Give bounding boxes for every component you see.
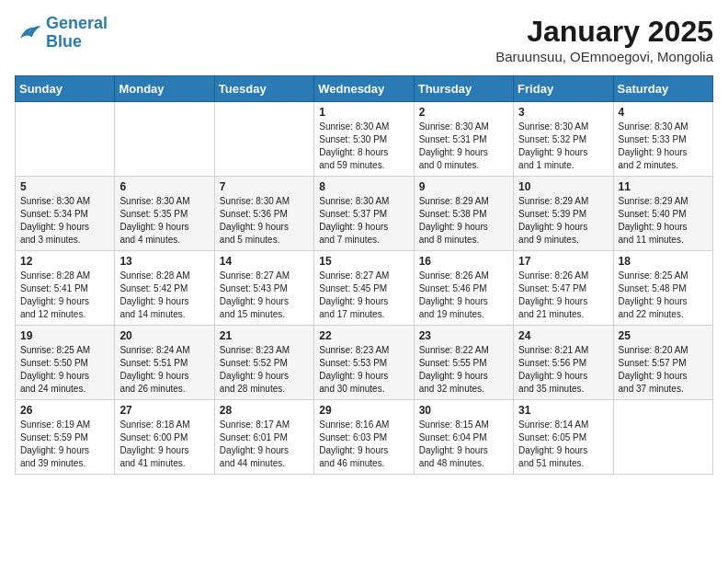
day-number: 27 (119, 404, 209, 417)
day-number: 11 (619, 180, 708, 193)
day-info: Sunrise: 8:25 AMSunset: 5:50 PMDaylight:… (20, 344, 109, 396)
page-header: General Blue January 2025 Baruunsuu, OEm… (15, 15, 713, 64)
table-row: 5Sunrise: 8:30 AMSunset: 5:34 PMDaylight… (16, 177, 115, 251)
calendar-week-row: 19Sunrise: 8:25 AMSunset: 5:50 PMDayligh… (16, 326, 713, 400)
table-row: 4Sunrise: 8:30 AMSunset: 5:33 PMDaylight… (613, 102, 712, 177)
day-number: 10 (518, 180, 608, 193)
day-info: Sunrise: 8:30 AMSunset: 5:36 PMDaylight:… (220, 195, 309, 247)
table-row: 2Sunrise: 8:30 AMSunset: 5:31 PMDaylight… (414, 102, 513, 177)
table-row: 3Sunrise: 8:30 AMSunset: 5:32 PMDaylight… (514, 102, 613, 177)
table-row: 26Sunrise: 8:19 AMSunset: 5:59 PMDayligh… (16, 400, 115, 475)
col-sunday: Sunday (16, 76, 115, 102)
table-row: 28Sunrise: 8:17 AMSunset: 6:01 PMDayligh… (214, 400, 313, 475)
col-tuesday: Tuesday (214, 76, 313, 102)
day-number: 22 (319, 329, 408, 342)
table-row: 7Sunrise: 8:30 AMSunset: 5:36 PMDaylight… (214, 177, 313, 251)
day-info: Sunrise: 8:30 AMSunset: 5:32 PMDaylight:… (518, 121, 608, 172)
calendar-title: January 2025 (495, 15, 713, 49)
logo: General Blue (15, 15, 108, 52)
day-number: 21 (220, 329, 309, 342)
table-row (115, 102, 214, 177)
day-number: 9 (419, 180, 508, 193)
day-info: Sunrise: 8:20 AMSunset: 5:57 PMDaylight:… (619, 344, 708, 396)
day-info: Sunrise: 8:23 AMSunset: 5:53 PMDaylight:… (319, 344, 408, 396)
day-info: Sunrise: 8:24 AMSunset: 5:51 PMDaylight:… (119, 344, 209, 396)
table-row: 27Sunrise: 8:18 AMSunset: 6:00 PMDayligh… (115, 400, 214, 475)
table-row: 13Sunrise: 8:28 AMSunset: 5:42 PMDayligh… (115, 251, 214, 326)
day-number: 4 (619, 106, 708, 119)
table-row: 9Sunrise: 8:29 AMSunset: 5:38 PMDaylight… (414, 177, 513, 251)
day-info: Sunrise: 8:17 AMSunset: 6:01 PMDaylight:… (220, 419, 309, 470)
table-row: 24Sunrise: 8:21 AMSunset: 5:56 PMDayligh… (514, 326, 613, 400)
day-info: Sunrise: 8:14 AMSunset: 6:05 PMDaylight:… (518, 419, 608, 470)
day-info: Sunrise: 8:30 AMSunset: 5:34 PMDaylight:… (20, 195, 109, 247)
table-row: 21Sunrise: 8:23 AMSunset: 5:52 PMDayligh… (214, 326, 313, 400)
table-row: 10Sunrise: 8:29 AMSunset: 5:39 PMDayligh… (514, 177, 613, 251)
day-info: Sunrise: 8:18 AMSunset: 6:00 PMDaylight:… (119, 419, 209, 470)
table-row: 6Sunrise: 8:30 AMSunset: 5:35 PMDaylight… (115, 177, 214, 251)
table-row: 14Sunrise: 8:27 AMSunset: 5:43 PMDayligh… (214, 251, 313, 326)
calendar-table: Sunday Monday Tuesday Wednesday Thursday… (15, 75, 713, 475)
calendar-subtitle: Baruunsuu, OEmnoegovi, Mongolia (495, 49, 713, 64)
col-saturday: Saturday (613, 76, 712, 102)
table-row (16, 102, 115, 177)
day-number: 29 (319, 404, 408, 417)
logo-text: General (46, 15, 108, 33)
calendar-week-row: 12Sunrise: 8:28 AMSunset: 5:41 PMDayligh… (16, 251, 713, 326)
day-info: Sunrise: 8:22 AMSunset: 5:55 PMDaylight:… (419, 344, 508, 396)
day-number: 20 (119, 329, 209, 342)
day-number: 28 (220, 404, 309, 417)
day-info: Sunrise: 8:28 AMSunset: 5:42 PMDaylight:… (119, 270, 209, 321)
day-info: Sunrise: 8:19 AMSunset: 5:59 PMDaylight:… (20, 419, 109, 470)
day-number: 12 (20, 255, 109, 268)
day-number: 19 (20, 329, 109, 342)
table-row (613, 400, 712, 475)
day-number: 15 (319, 255, 408, 268)
day-number: 1 (319, 106, 408, 119)
day-info: Sunrise: 8:27 AMSunset: 5:43 PMDaylight:… (220, 270, 309, 321)
day-number: 14 (220, 255, 309, 268)
table-row: 12Sunrise: 8:28 AMSunset: 5:41 PMDayligh… (16, 251, 115, 326)
day-info: Sunrise: 8:26 AMSunset: 5:46 PMDaylight:… (419, 270, 508, 321)
day-info: Sunrise: 8:30 AMSunset: 5:37 PMDaylight:… (319, 195, 408, 247)
calendar-header-row: Sunday Monday Tuesday Wednesday Thursday… (16, 76, 713, 102)
day-info: Sunrise: 8:27 AMSunset: 5:45 PMDaylight:… (319, 270, 408, 321)
table-row: 8Sunrise: 8:30 AMSunset: 5:37 PMDaylight… (314, 177, 414, 251)
day-number: 2 (419, 106, 508, 119)
day-info: Sunrise: 8:15 AMSunset: 6:04 PMDaylight:… (419, 419, 508, 470)
day-number: 8 (319, 180, 408, 193)
table-row (214, 102, 313, 177)
day-number: 25 (619, 329, 708, 342)
day-number: 24 (518, 329, 608, 342)
day-info: Sunrise: 8:30 AMSunset: 5:31 PMDaylight:… (419, 121, 508, 172)
calendar-week-row: 26Sunrise: 8:19 AMSunset: 5:59 PMDayligh… (16, 400, 713, 475)
day-info: Sunrise: 8:28 AMSunset: 5:41 PMDaylight:… (20, 270, 109, 321)
calendar-week-row: 5Sunrise: 8:30 AMSunset: 5:34 PMDaylight… (16, 177, 713, 251)
table-row: 20Sunrise: 8:24 AMSunset: 5:51 PMDayligh… (115, 326, 214, 400)
day-number: 7 (220, 180, 309, 193)
col-monday: Monday (115, 76, 214, 102)
calendar-week-row: 1Sunrise: 8:30 AMSunset: 5:30 PMDaylight… (16, 102, 713, 177)
table-row: 29Sunrise: 8:16 AMSunset: 6:03 PMDayligh… (314, 400, 414, 475)
table-row: 30Sunrise: 8:15 AMSunset: 6:04 PMDayligh… (414, 400, 513, 475)
day-info: Sunrise: 8:16 AMSunset: 6:03 PMDaylight:… (319, 419, 408, 470)
day-number: 31 (518, 404, 608, 417)
col-friday: Friday (514, 76, 613, 102)
table-row: 22Sunrise: 8:23 AMSunset: 5:53 PMDayligh… (314, 326, 414, 400)
table-row: 31Sunrise: 8:14 AMSunset: 6:05 PMDayligh… (514, 400, 613, 475)
day-number: 6 (119, 180, 209, 193)
table-row: 19Sunrise: 8:25 AMSunset: 5:50 PMDayligh… (16, 326, 115, 400)
day-number: 30 (419, 404, 508, 417)
day-info: Sunrise: 8:25 AMSunset: 5:48 PMDaylight:… (619, 270, 708, 321)
day-info: Sunrise: 8:21 AMSunset: 5:56 PMDaylight:… (518, 344, 608, 396)
table-row: 16Sunrise: 8:26 AMSunset: 5:46 PMDayligh… (414, 251, 513, 326)
day-info: Sunrise: 8:23 AMSunset: 5:52 PMDaylight:… (220, 344, 309, 396)
col-thursday: Thursday (414, 76, 513, 102)
table-row: 23Sunrise: 8:22 AMSunset: 5:55 PMDayligh… (414, 326, 513, 400)
day-number: 5 (20, 180, 109, 193)
table-row: 15Sunrise: 8:27 AMSunset: 5:45 PMDayligh… (314, 251, 414, 326)
logo-text2: Blue (46, 33, 108, 52)
table-row: 17Sunrise: 8:26 AMSunset: 5:47 PMDayligh… (514, 251, 613, 326)
day-info: Sunrise: 8:30 AMSunset: 5:33 PMDaylight:… (619, 121, 708, 172)
day-number: 3 (518, 106, 608, 119)
